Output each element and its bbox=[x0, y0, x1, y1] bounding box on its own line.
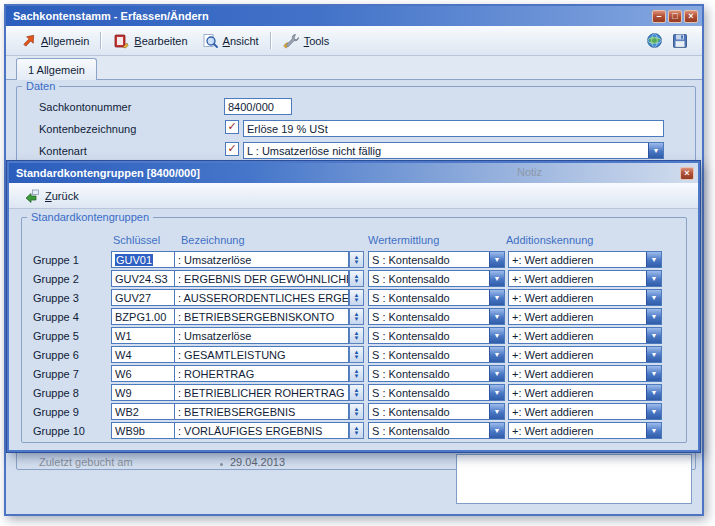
schluessel-input[interactable]: GUV01 bbox=[111, 251, 175, 268]
wertermittlung-value: S : Kontensaldo bbox=[372, 254, 450, 266]
selected-text: GUV01 bbox=[115, 254, 153, 266]
additionskennung-select[interactable]: +: Wert addieren▼ bbox=[508, 346, 662, 363]
menu-bearbeiten[interactable]: Bearbeiten bbox=[106, 31, 194, 51]
wertermittlung-select[interactable]: S : Kontensaldo▼ bbox=[368, 270, 505, 287]
additionskennung-select[interactable]: +: Wert addieren▼ bbox=[508, 289, 662, 306]
menu-allgemein[interactable]: Allgemein bbox=[14, 31, 96, 50]
dialog-titlebar[interactable]: Standardkontengruppen [8400/000] × bbox=[9, 163, 698, 183]
chevron-down-icon[interactable]: ▼ bbox=[646, 290, 661, 305]
schluessel-input[interactable]: BZPG1.00 bbox=[111, 308, 175, 325]
schluessel-input[interactable]: W9 bbox=[111, 384, 175, 401]
wertermittlung-select[interactable]: S : Kontensaldo▼ bbox=[368, 251, 505, 268]
main-titlebar[interactable]: Sachkontenstamm - Erfassen/Ändern – □ × bbox=[6, 6, 702, 26]
zurueck-button[interactable]: Zurück bbox=[17, 186, 86, 206]
kontenbezeichnung-checkbox[interactable]: ✓ bbox=[225, 120, 239, 134]
chevron-down-icon[interactable]: ▼ bbox=[489, 385, 504, 400]
schluessel-input[interactable]: W6 bbox=[111, 365, 175, 382]
chevron-down-icon[interactable]: ▼ bbox=[646, 366, 661, 381]
chevron-down-icon[interactable]: ▼ bbox=[646, 328, 661, 343]
additionskennung-value: +: Wert addieren bbox=[512, 368, 593, 380]
chevron-down-icon[interactable]: ▼ bbox=[489, 347, 504, 362]
wertermittlung-select[interactable]: S : Kontensaldo▼ bbox=[368, 384, 505, 401]
chevron-down-icon[interactable]: ▼ bbox=[489, 271, 504, 286]
notiz-textarea[interactable] bbox=[456, 454, 692, 504]
chevron-down-icon[interactable]: ▼ bbox=[646, 271, 661, 286]
bezeichnung-field: : Umsatzerlöse bbox=[174, 251, 349, 268]
chevron-down-icon[interactable]: ▼ bbox=[646, 252, 661, 267]
lookup-spinner[interactable]: ▲▼ bbox=[349, 308, 364, 325]
menu-tools[interactable]: Tools bbox=[276, 31, 337, 51]
bezeichnung-field: : AUSSERORDENTLICHES ERGEBNIS bbox=[174, 289, 349, 306]
maximize-icon[interactable]: □ bbox=[668, 10, 682, 23]
schluessel-input[interactable]: WB2 bbox=[111, 403, 175, 420]
chevron-down-icon[interactable]: ▼ bbox=[646, 423, 661, 438]
sachkontonummer-label: Sachkontonummer bbox=[39, 101, 131, 113]
dialog-title: Standardkontengruppen [8400/000] bbox=[16, 167, 200, 179]
tab-allgemein[interactable]: 1 Allgemein bbox=[16, 58, 97, 80]
schluessel-input[interactable]: W1 bbox=[111, 327, 175, 344]
close-icon[interactable]: × bbox=[684, 10, 698, 23]
schluessel-input[interactable]: WB9b bbox=[111, 422, 175, 439]
sachkontonummer-input[interactable]: 8400/000 bbox=[224, 98, 292, 115]
toolbar-separator bbox=[270, 32, 272, 49]
additionskennung-select[interactable]: +: Wert addieren▼ bbox=[508, 403, 662, 420]
lookup-spinner[interactable]: ▲▼ bbox=[349, 346, 364, 363]
chevron-down-icon[interactable]: ▼ bbox=[646, 404, 661, 419]
lookup-spinner[interactable]: ▲▼ bbox=[349, 270, 364, 287]
lookup-spinner[interactable]: ▲▼ bbox=[349, 422, 364, 439]
chevron-down-icon[interactable]: ▼ bbox=[489, 366, 504, 381]
chevron-down-icon[interactable]: ▼ bbox=[489, 328, 504, 343]
spin-down-icon: ▼ bbox=[354, 355, 360, 360]
group-row-label: Gruppe 2 bbox=[33, 273, 79, 285]
close-icon[interactable]: × bbox=[680, 167, 694, 180]
lookup-spinner[interactable]: ▲▼ bbox=[349, 365, 364, 382]
wertermittlung-select[interactable]: S : Kontensaldo▼ bbox=[368, 422, 505, 439]
schluessel-input[interactable]: GUV24.S3 bbox=[111, 270, 175, 287]
additionskennung-value: +: Wert addieren bbox=[512, 406, 593, 418]
schluessel-input[interactable]: GUV27 bbox=[111, 289, 175, 306]
globe-icon[interactable] bbox=[646, 32, 663, 49]
kontenbezeichnung-input[interactable]: Erlöse 19 % USt bbox=[243, 120, 664, 137]
additionskennung-select[interactable]: +: Wert addieren▼ bbox=[508, 422, 662, 439]
lookup-spinner[interactable]: ▲▼ bbox=[349, 251, 364, 268]
spin-down-icon: ▼ bbox=[354, 260, 360, 265]
lookup-spinner[interactable]: ▲▼ bbox=[349, 384, 364, 401]
lookup-spinner[interactable]: ▲▼ bbox=[349, 289, 364, 306]
arrow-up-right-icon bbox=[21, 33, 36, 48]
chevron-down-icon[interactable]: ▼ bbox=[489, 309, 504, 324]
additionskennung-select[interactable]: +: Wert addieren▼ bbox=[508, 384, 662, 401]
save-icon[interactable] bbox=[672, 33, 688, 49]
additionskennung-select[interactable]: +: Wert addieren▼ bbox=[508, 270, 662, 287]
bezeichnung-field: : GESAMTLEISTUNG bbox=[174, 346, 349, 363]
chevron-down-icon[interactable]: ▼ bbox=[489, 290, 504, 305]
lookup-spinner[interactable]: ▲▼ bbox=[349, 327, 364, 344]
chevron-down-icon[interactable]: ▼ bbox=[646, 347, 661, 362]
wertermittlung-select[interactable]: S : Kontensaldo▼ bbox=[368, 365, 505, 382]
wertermittlung-select[interactable]: S : Kontensaldo▼ bbox=[368, 327, 505, 344]
wertermittlung-select[interactable]: S : Kontensaldo▼ bbox=[368, 308, 505, 325]
chevron-down-icon[interactable]: ▼ bbox=[489, 404, 504, 419]
chevron-down-icon[interactable]: ▼ bbox=[646, 385, 661, 400]
additionskennung-value: +: Wert addieren bbox=[512, 311, 593, 323]
menu-bearbeiten-label: Bearbeiten bbox=[134, 35, 187, 47]
wertermittlung-select[interactable]: S : Kontensaldo▼ bbox=[368, 289, 505, 306]
wertermittlung-select[interactable]: S : Kontensaldo▼ bbox=[368, 346, 505, 363]
additionskennung-select[interactable]: +: Wert addieren▼ bbox=[508, 251, 662, 268]
additionskennung-select[interactable]: +: Wert addieren▼ bbox=[508, 327, 662, 344]
chevron-down-icon[interactable]: ▼ bbox=[646, 309, 661, 324]
group-row-10: Gruppe 10 WB9b : VORLÄUFIGES ERGEBNIS ▲▼… bbox=[9, 422, 698, 441]
additionskennung-select[interactable]: +: Wert addieren▼ bbox=[508, 308, 662, 325]
chevron-down-icon[interactable]: ▼ bbox=[648, 143, 663, 158]
schluessel-input[interactable]: W4 bbox=[111, 346, 175, 363]
wertermittlung-select[interactable]: S : Kontensaldo▼ bbox=[368, 403, 505, 420]
minimize-icon[interactable]: – bbox=[652, 10, 666, 23]
kontenart-select[interactable]: L : Umsatzerlöse nicht fällig ▼ bbox=[243, 142, 664, 159]
lookup-spinner[interactable]: ▲▼ bbox=[349, 403, 364, 420]
chevron-down-icon[interactable]: ▼ bbox=[489, 423, 504, 438]
wrench-icon bbox=[283, 33, 299, 49]
additionskennung-select[interactable]: +: Wert addieren▼ bbox=[508, 365, 662, 382]
menu-ansicht[interactable]: Ansicht bbox=[195, 31, 266, 51]
kontenart-checkbox[interactable]: ✓ bbox=[225, 142, 239, 156]
group-row-2: Gruppe 2 GUV24.S3 : ERGEBNIS DER GEWÖHNL… bbox=[9, 270, 698, 289]
chevron-down-icon[interactable]: ▼ bbox=[489, 252, 504, 267]
